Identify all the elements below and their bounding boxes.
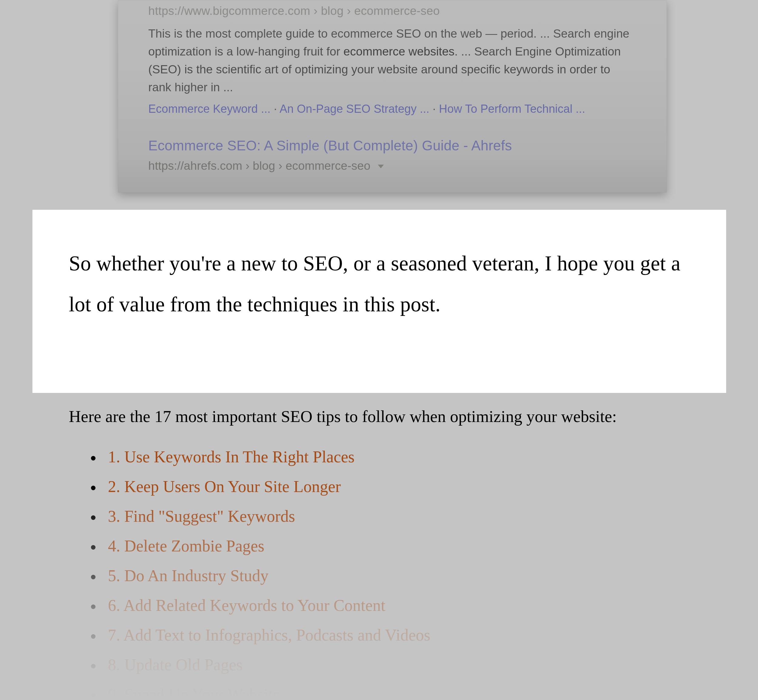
tip-link-7[interactable]: 7. Add Text to Infographics, Podcasts an… — [108, 626, 430, 644]
highlight-paragraph: So whether you're a new to SEO, or a sea… — [69, 243, 690, 325]
serp-sitelink-3[interactable]: How To Perform Technical ... — [439, 103, 585, 115]
tip-link-6[interactable]: 6. Add Related Keywords to Your Content — [108, 596, 385, 614]
list-item: 1. Use Keywords In The Right Places — [91, 449, 430, 465]
list-item: 4. Delete Zombie Pages — [91, 538, 430, 554]
list-item: 2. Keep Users On Your Site Longer — [91, 478, 430, 495]
serp-result2: Ecommerce SEO: A Simple (But Complete) G… — [148, 137, 636, 172]
serp-result1-url: https://www.bigcommerce.com › blog › eco… — [148, 3, 636, 19]
list-item: 3. Find "Suggest" Keywords — [91, 508, 430, 525]
list-item: 5. Do An Industry Study — [91, 567, 430, 584]
list-item: 6. Add Related Keywords to Your Content — [91, 597, 430, 614]
list-item: 9. Speed Up Your Website — [91, 686, 430, 700]
tip-link-5[interactable]: 5. Do An Industry Study — [108, 567, 269, 585]
serp-sitelink-sep1: · — [270, 103, 280, 115]
tip-link-9[interactable]: 9. Speed Up Your Website — [108, 686, 280, 700]
serp-result2-url: https://ahrefs.com › blog › ecommerce-se… — [148, 159, 636, 172]
highlight-panel: So whether you're a new to SEO, or a sea… — [33, 210, 726, 393]
serp-sitelinks: Ecommerce Keyword ... · An On-Page SEO S… — [148, 103, 636, 116]
serp-sitelink-1[interactable]: Ecommerce Keyword ... — [148, 103, 270, 115]
tip-link-4[interactable]: 4. Delete Zombie Pages — [108, 537, 264, 555]
tip-link-8[interactable]: 8. Update Old Pages — [108, 656, 242, 674]
serp-sitelink-sep2: · — [429, 103, 439, 115]
page: https://www.bigcommerce.com › blog › eco… — [0, 0, 758, 700]
tip-link-3[interactable]: 3. Find "Suggest" Keywords — [108, 507, 295, 525]
list-item: 8. Update Old Pages — [91, 657, 430, 673]
serp-card: https://www.bigcommerce.com › blog › eco… — [118, 0, 667, 192]
list-item: 7. Add Text to Infographics, Podcasts an… — [91, 627, 430, 643]
tips-list: 1. Use Keywords In The Right Places 2. K… — [91, 449, 430, 700]
tip-link-1[interactable]: 1. Use Keywords In The Right Places — [108, 448, 355, 466]
serp-sitelink-2[interactable]: An On-Page SEO Strategy ... — [280, 103, 429, 115]
intro-line: Here are the 17 most important SEO tips … — [69, 407, 617, 426]
serp-snippet-strong: ecommerce websites — [344, 45, 455, 58]
chevron-down-icon[interactable] — [378, 165, 384, 168]
serp-result1-snippet: This is the most complete guide to ecomm… — [148, 25, 636, 97]
serp-result2-url-text: https://ahrefs.com › blog › ecommerce-se… — [148, 159, 370, 172]
serp-result2-title[interactable]: Ecommerce SEO: A Simple (But Complete) G… — [148, 137, 636, 155]
tip-link-2[interactable]: 2. Keep Users On Your Site Longer — [108, 478, 341, 496]
